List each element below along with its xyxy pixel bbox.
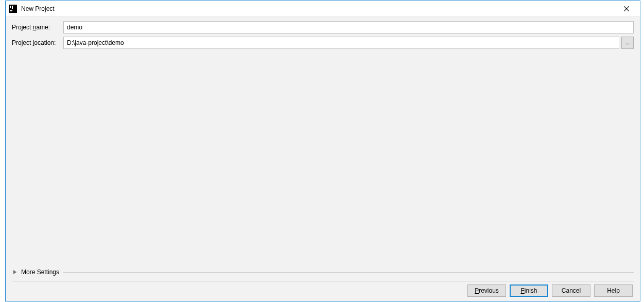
close-button[interactable] xyxy=(615,1,638,16)
browse-button[interactable]: ... xyxy=(621,37,634,49)
dialog-title: New Project xyxy=(21,5,615,12)
svg-rect-2 xyxy=(10,6,11,8)
button-separator xyxy=(12,281,634,281)
titlebar: New Project xyxy=(6,1,640,17)
project-location-input[interactable] xyxy=(63,37,619,49)
project-location-row: Project location: ... xyxy=(12,37,634,49)
intellij-icon xyxy=(9,5,17,13)
dialog-content: Project name: Project location: ... More… xyxy=(6,17,640,301)
help-button[interactable]: Help xyxy=(594,284,633,297)
close-icon xyxy=(624,6,629,11)
more-settings-toggle[interactable]: More Settings xyxy=(12,266,634,281)
previous-button[interactable]: Previous xyxy=(467,284,506,297)
svg-marker-6 xyxy=(13,270,16,274)
content-spacer xyxy=(12,52,634,266)
chevron-right-icon xyxy=(12,269,18,275)
svg-rect-1 xyxy=(10,10,12,11)
finish-button[interactable]: Finish xyxy=(510,284,548,297)
new-project-dialog: New Project Project name: Project locati… xyxy=(5,1,640,301)
project-location-label: Project location: xyxy=(12,39,63,46)
button-row: Previous Finish Cancel Help xyxy=(12,284,634,298)
svg-rect-3 xyxy=(12,6,13,9)
more-settings-divider xyxy=(63,272,634,273)
project-name-input[interactable] xyxy=(63,21,634,33)
project-name-row: Project name: xyxy=(12,21,634,33)
cancel-button[interactable]: Cancel xyxy=(552,284,590,297)
more-settings-label: More Settings xyxy=(21,269,59,276)
project-name-label: Project name: xyxy=(12,24,63,31)
